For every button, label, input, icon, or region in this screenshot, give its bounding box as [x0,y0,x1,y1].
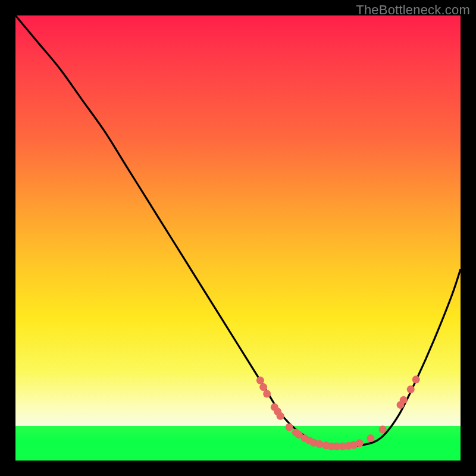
curve-marker [256,377,264,384]
curve-marker [286,423,293,431]
chart-svg [15,15,461,461]
curve-marker [263,390,271,397]
curve-marker [400,396,408,404]
curve-marker [259,383,267,391]
curve-marker [356,439,364,447]
curve-markers [256,375,420,450]
curve-marker [315,440,323,448]
chart-frame [15,15,461,461]
watermark-text: TheBottleneck.com [356,2,470,18]
bottleneck-curve [15,15,461,446]
curve-marker [412,375,420,383]
curve-marker [379,425,387,433]
curve-marker [367,434,374,442]
curve-marker [277,412,284,420]
curve-marker [407,386,415,393]
